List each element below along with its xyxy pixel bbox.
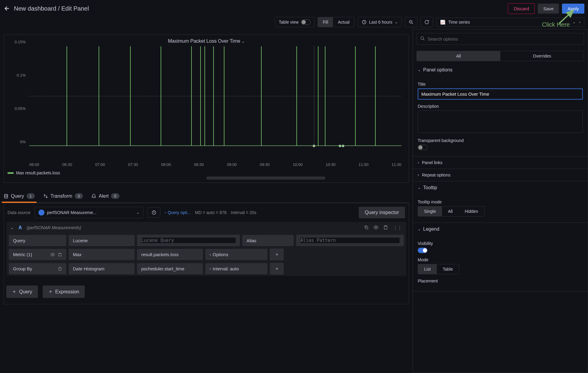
metric-function-select[interactable]: Max [69,249,135,260]
panel-preview: Maximum Packet Loss Over Time ⌄ 0%0.05%0… [4,35,409,183]
chart-area[interactable]: 0%0.05%0.1%0.15% 06:0006:3007:0007:3008:… [11,46,401,158]
legend-mode-table[interactable]: Table [437,264,459,274]
delete-query-icon[interactable] [383,225,388,230]
refresh-button[interactable] [420,17,433,27]
groupby-label: Group By [13,266,32,271]
tab-transform[interactable]: Transform 0 [43,190,83,203]
table-view-switch[interactable] [301,19,311,25]
breadcrumb: New dashboard / Edit Panel [14,5,508,12]
fill-button[interactable]: Fill [318,17,333,27]
timeseries-icon: 📈 [440,20,445,25]
chevron-down-icon: ⌄ [395,20,398,24]
svg-point-9 [375,227,377,228]
query-inspector-button[interactable]: Query inspector [359,207,405,218]
chevron-down-icon: ⌄ [136,210,139,215]
placement-label: Placement [418,279,583,283]
transform-icon [43,194,48,199]
query-options-toggle[interactable]: › Query opti... [165,210,191,215]
svg-point-10 [52,254,53,255]
fill-actual-toggle: Fill Actual [318,17,355,27]
eye-icon[interactable] [51,253,55,257]
lucene-query-input[interactable] [141,238,236,243]
datasource-icon [38,210,44,216]
tooltip-mode-hidden[interactable]: Hidden [459,206,484,216]
interval-option-toggle[interactable]: ›Interval: auto [205,263,267,274]
add-query-button[interactable]: ＋Query [6,286,38,298]
section-repeat-options[interactable]: ›Repeat options [413,169,588,181]
panel-description-input[interactable] [418,111,583,133]
add-groupby-button[interactable]: ＋ [270,263,284,275]
options-tab-all[interactable]: All [417,51,500,61]
clock-icon [362,20,367,25]
svg-line-12 [423,39,424,40]
save-button[interactable]: Save [538,4,559,14]
datasource-select[interactable]: perfSONAR Measureme... ⌄ [34,207,143,218]
tab-alert[interactable]: Alert 0 [91,190,119,203]
drag-handle-icon[interactable]: ⋮⋮ [393,225,402,230]
chevron-down-icon: ⌄ [242,39,245,44]
back-arrow-icon[interactable] [4,5,10,12]
groupby-function-select[interactable]: Date Histogram [69,263,135,274]
search-options-input[interactable] [416,33,584,45]
tooltip-mode-single[interactable]: Single [418,206,442,216]
trash-icon[interactable] [58,253,62,257]
add-metric-button[interactable]: ＋ [270,249,284,260]
metric-label: Metric (1) [13,252,32,257]
alias-input[interactable] [300,238,400,243]
groupby-field-select[interactable]: pscheduler.start_time [137,263,203,274]
svg-rect-8 [366,227,368,229]
database-icon [4,194,8,199]
description-field-label: Description [418,104,583,109]
trash-icon[interactable] [58,267,62,271]
query-count-badge: 1 [27,193,35,199]
title-field-label: Title [418,82,583,87]
tooltip-mode-all[interactable]: All [442,206,459,216]
transform-count-badge: 0 [75,193,83,199]
bell-icon [91,194,96,199]
add-expression-button[interactable]: ＋Expression [43,286,85,298]
time-range-label: Last 6 hours [369,20,392,25]
legend-mode-list[interactable]: List [418,264,437,274]
table-view-label: Table view [279,20,299,25]
interval-stat: Interval = 20s [231,210,256,215]
tooltip-mode-label: Tooltip mode [418,200,583,204]
legend-mode-label: Mode [418,257,583,262]
query-ds-hint: (perfSONAR Measurements) [27,225,81,230]
toggle-visibility-icon[interactable] [374,225,378,230]
section-panel-links[interactable]: ›Panel links [413,156,588,169]
time-range-picker[interactable]: Last 6 hours ⌄ [358,17,402,27]
discard-button[interactable]: Discard [508,3,535,14]
query-ref-letter[interactable]: A [18,225,22,230]
svg-point-7 [152,211,156,214]
transparent-switch[interactable] [418,145,427,150]
search-icon [420,36,425,41]
svg-line-4 [412,23,413,24]
visibility-label: Visibility [418,241,583,246]
alert-count-badge: 0 [111,193,119,199]
metric-field-select[interactable]: result.packets.loss [137,249,203,260]
section-legend[interactable]: ⌄Legend [413,223,588,236]
options-tab-overrides[interactable]: Overrides [500,51,584,61]
svg-point-6 [5,194,8,195]
panel-title[interactable]: Maximum Packet Loss Over Time ⌄ [8,38,405,44]
md-stat: MD = auto = 878 [195,210,227,215]
query-type-select[interactable]: Lucene [69,235,135,246]
metric-options-toggle[interactable]: ›Options [205,249,267,260]
tab-query[interactable]: Query 1 [4,190,35,203]
chart-legend[interactable]: Max result.packets.loss [8,170,405,175]
query-label: Query [9,235,66,246]
apply-button[interactable]: Apply [562,4,584,14]
chevron-right-icon: › [165,210,166,215]
table-view-toggle[interactable]: Table view [275,17,315,27]
section-tooltip[interactable]: ⌄Tooltip [413,181,588,194]
horizontal-scrollbar[interactable] [206,177,325,180]
legend-visibility-switch[interactable] [418,248,427,253]
collapse-query-icon[interactable]: ⌄ [11,226,14,230]
duplicate-query-icon[interactable] [364,225,369,230]
section-panel-options[interactable]: ⌄Panel options [413,64,588,76]
visualization-picker[interactable]: 📈 Time series ⌄ › [436,18,584,27]
zoom-out-button[interactable] [405,17,417,27]
datasource-help-button[interactable] [148,207,160,218]
panel-title-input[interactable] [418,88,583,100]
actual-button[interactable]: Actual [333,17,354,27]
